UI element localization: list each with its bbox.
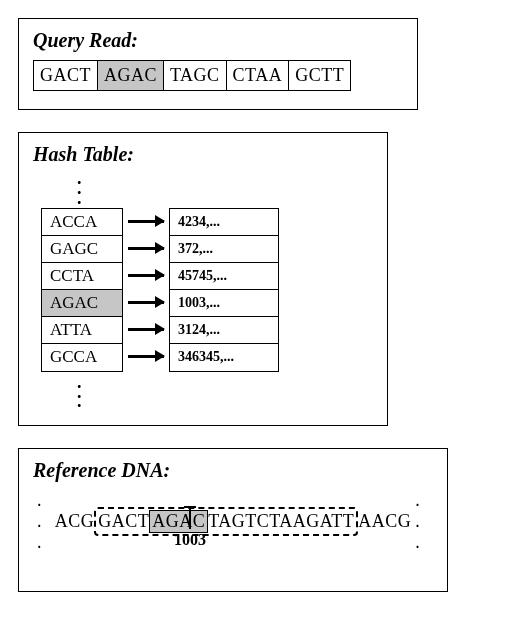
- hash-values-column: 4234,...372,...45745,...1003,...3124,...…: [169, 208, 279, 372]
- hash-key-cell: GCCA: [42, 344, 122, 371]
- hash-key-cell: ATTA: [42, 317, 122, 344]
- ref-prefix: ACG: [55, 511, 95, 532]
- query-read-title: Query Read:: [33, 29, 403, 52]
- hash-value-cell: 45745,...: [170, 263, 278, 290]
- hash-value-cell: 346345,...: [170, 344, 278, 371]
- hash-value-cell: 1003,...: [170, 290, 278, 317]
- hash-arrows-column: [123, 208, 169, 372]
- hash-table-body: ACCAGAGCCCTAAGACATTAGCCA 4234,...372,...…: [33, 204, 373, 372]
- query-cell: AGAC: [98, 61, 164, 90]
- hash-keys-column: ACCAGAGCCCTAAGACATTAGCCA: [41, 208, 123, 372]
- hash-key-cell: GAGC: [42, 236, 122, 263]
- arrow-right-icon: [123, 316, 169, 343]
- hash-key-cell: AGAC: [42, 290, 122, 317]
- hash-value-cell: 3124,...: [170, 317, 278, 344]
- arrow-right-icon: [123, 343, 169, 370]
- hash-value-cell: 4234,...: [170, 209, 278, 236]
- hash-key-cell: ACCA: [42, 209, 122, 236]
- query-cell: CTAA: [227, 61, 290, 90]
- query-read-sequence: GACTAGACTAGCCTAAGCTT: [33, 60, 351, 91]
- ellipsis-top: ...: [33, 174, 373, 204]
- ref-after-hl: TAGTCTAAGATT: [208, 511, 354, 532]
- ref-before-hl: GACT: [98, 511, 149, 532]
- reference-sequence: . . . ACG GACT AGAC TAGTCTAAGATT AACG . …: [33, 490, 433, 553]
- ref-suffix: AACG: [358, 511, 411, 532]
- ellipsis-left: . . .: [37, 490, 51, 553]
- ellipsis-bottom: ...: [33, 378, 373, 408]
- arrow-right-icon: [123, 235, 169, 262]
- arrow-right-icon: [123, 262, 169, 289]
- query-cell: TAGC: [164, 61, 227, 90]
- position-pointer: 1003: [174, 507, 206, 549]
- query-cell: GACT: [34, 61, 98, 90]
- alignment-window: GACT AGAC TAGTCTAAGATT: [94, 507, 358, 536]
- hash-table-panel: Hash Table: ... ACCAGAGCCCTAAGACATTAGCCA…: [18, 132, 388, 426]
- reference-dna-panel: Reference DNA: . . . ACG GACT AGAC TAGTC…: [18, 448, 448, 592]
- hash-value-cell: 372,...: [170, 236, 278, 263]
- pointer-line-icon: [189, 507, 191, 529]
- hash-key-cell: CCTA: [42, 263, 122, 290]
- hash-table-title: Hash Table:: [33, 143, 373, 166]
- query-cell: GCTT: [289, 61, 350, 90]
- reference-dna-title: Reference DNA:: [33, 459, 433, 482]
- pointer-label: 1003: [174, 531, 206, 549]
- arrow-right-icon: [123, 289, 169, 316]
- query-read-panel: Query Read: GACTAGACTAGCCTAAGCTT: [18, 18, 418, 110]
- arrow-right-icon: [123, 208, 169, 235]
- ellipsis-right: . . .: [415, 490, 429, 553]
